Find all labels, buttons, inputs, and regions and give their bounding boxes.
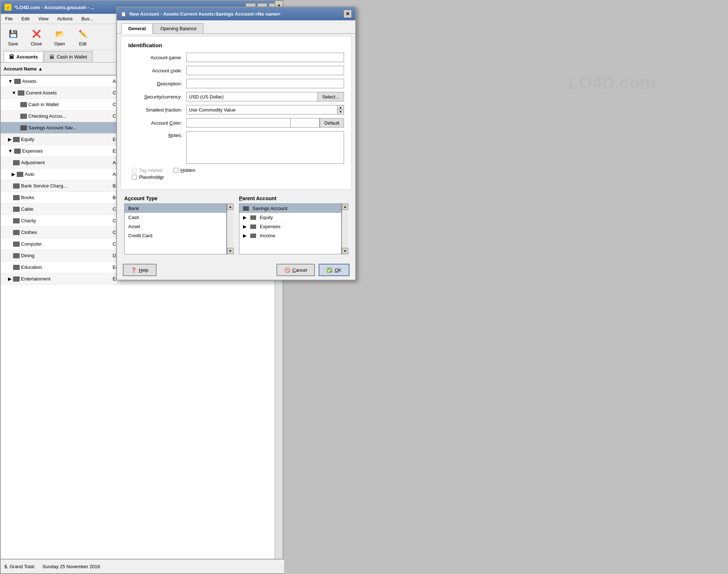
notes-label: Notes: xyxy=(128,131,186,138)
tab-opening-balance[interactable]: Opening Balance xyxy=(153,23,203,33)
dialog-footer: ❓ Help 🚫 Cancel ✅ OK xyxy=(117,260,355,280)
close-toolbar-button[interactable]: ❌ Close xyxy=(27,26,46,48)
account-name-input[interactable] xyxy=(186,53,344,62)
notes-input[interactable] xyxy=(186,131,344,164)
parent-scroll-down[interactable]: ▼ xyxy=(342,248,348,254)
fraction-spinner[interactable]: ▲ ▼ xyxy=(337,105,344,114)
account-type-list[interactable]: Bank Cash Asset Credit Card xyxy=(124,203,227,254)
placeholder-checkbox-item: Placeholder xyxy=(132,174,164,180)
cash-label: Cash xyxy=(128,215,139,220)
account-icon xyxy=(13,276,20,282)
dialog-main-content: Identification Account name: Account cod… xyxy=(121,36,352,190)
tax-related-checkbox-item: Tax related xyxy=(132,167,162,173)
account-name: Assets xyxy=(22,78,36,84)
ok-button[interactable]: ✅ OK xyxy=(319,264,349,276)
type-scroll-down[interactable]: ▼ xyxy=(227,248,234,254)
fraction-up-arrow[interactable]: ▲ xyxy=(337,105,344,110)
dialog-title-icon: 📋 xyxy=(121,11,126,17)
ok-label: OK xyxy=(335,267,341,273)
menu-file[interactable]: File xyxy=(4,15,14,22)
credit-card-label: Credit Card xyxy=(128,233,152,238)
account-icon xyxy=(13,253,20,258)
edit-button[interactable]: ✏️ Edit xyxy=(73,26,92,48)
open-button[interactable]: 📂 Open xyxy=(50,26,69,48)
placeholder-row: Placeholder xyxy=(128,174,344,180)
notes-row: Notes: xyxy=(128,131,344,164)
parent-income[interactable]: ▶ Income xyxy=(239,231,341,240)
cancel-button[interactable]: 🚫 Cancel xyxy=(276,264,315,276)
parent-account-scrollbar[interactable]: ▲ ▼ xyxy=(341,203,348,254)
account-name: Books xyxy=(21,195,34,200)
fraction-row: Smallest fraction: Use Commodity Value ▲… xyxy=(128,105,344,114)
expand-arrow: ▼ xyxy=(12,90,16,96)
tax-related-checkbox[interactable] xyxy=(132,168,137,173)
tax-related-label: Tax related xyxy=(139,167,162,173)
account-icon xyxy=(20,114,27,119)
account-name: Current Assets xyxy=(26,90,57,96)
expand-arrow: ▼ xyxy=(8,148,13,154)
tab-cash-in-wallet[interactable]: 🏛 Cash in Wallet xyxy=(44,51,92,62)
hidden-label: Hidden xyxy=(181,167,195,173)
help-button[interactable]: ❓ Help xyxy=(123,264,157,276)
general-tab-label: General xyxy=(128,26,146,31)
account-name: Adjustment xyxy=(21,160,45,165)
menu-actions[interactable]: Actions xyxy=(56,15,74,22)
parent-scroll-up[interactable]: ▲ xyxy=(342,203,348,210)
expand-arrow: ▶ xyxy=(8,137,12,142)
edit-label: Edit xyxy=(79,41,87,47)
parent-expenses[interactable]: ▶ Expenses xyxy=(239,222,341,231)
list-item-bank[interactable]: Bank xyxy=(125,204,226,213)
account-code-input[interactable] xyxy=(186,66,344,75)
parent-equity[interactable]: ▶ Equity xyxy=(239,213,341,222)
type-scroll-up[interactable]: ▲ xyxy=(227,203,234,210)
list-item-cash[interactable]: Cash xyxy=(125,213,226,222)
account-name: Entertainment xyxy=(21,276,50,282)
color-display[interactable] xyxy=(186,118,291,128)
hidden-checkbox[interactable] xyxy=(173,168,178,173)
color-swatch[interactable] xyxy=(291,118,320,128)
color-row: Account Color: Default xyxy=(128,118,344,128)
security-row: Security/currency: Select... xyxy=(128,92,344,101)
account-code-label: Account code: xyxy=(128,68,186,73)
close-icon: ❌ xyxy=(30,27,43,40)
tab-general[interactable]: General xyxy=(121,23,153,34)
list-item-credit-card[interactable]: Credit Card xyxy=(125,231,226,240)
expenses-label: Expenses xyxy=(260,224,280,229)
menu-view[interactable]: View xyxy=(37,15,50,22)
grand-total-label: $, Grand Total: xyxy=(4,564,35,569)
placeholder-checkbox[interactable] xyxy=(132,175,137,180)
save-button[interactable]: 💾 Save xyxy=(4,26,23,48)
fraction-down-arrow[interactable]: ▼ xyxy=(337,110,344,114)
account-icon xyxy=(13,230,20,235)
lo4d-watermark: LO4D.com xyxy=(568,73,655,93)
account-icon xyxy=(13,242,20,247)
list-item-asset[interactable]: Asset xyxy=(125,222,226,231)
tab-accounts[interactable]: 🏛 Accounts xyxy=(4,51,43,62)
security-field[interactable] xyxy=(186,92,318,101)
description-input[interactable] xyxy=(186,79,344,88)
new-account-dialog: 📋 New Account - Assets:Current Assets:Sa… xyxy=(116,7,356,280)
account-type-box: Account Type Bank Cash Asset Credit Card xyxy=(124,195,233,254)
account-name: Auto xyxy=(25,171,35,177)
default-color-button[interactable]: Default xyxy=(320,118,344,128)
parent-account-list[interactable]: Savings Account ▶ Equity ▶ Expenses ▶ xyxy=(239,203,341,254)
cash-tab-label: Cash in Wallet xyxy=(57,54,87,60)
main-window-title: *LO4D.com - Accounts.gnucash - ... xyxy=(15,5,94,10)
save-icon: 💾 xyxy=(7,27,20,40)
account-type-scrollbar[interactable]: ▲ ▼ xyxy=(227,203,233,254)
save-label: Save xyxy=(8,41,18,47)
fraction-select[interactable]: Use Commodity Value xyxy=(186,105,337,114)
edit-icon: ✏️ xyxy=(76,27,89,40)
dialog-close-button[interactable]: ✕ xyxy=(344,10,352,18)
parent-savings-account[interactable]: Savings Account xyxy=(239,204,341,213)
select-currency-button[interactable]: Select... xyxy=(318,92,344,101)
description-label: Description: xyxy=(128,81,186,86)
account-name: Computer xyxy=(21,241,42,247)
parent-account-box: Parent Account Savings Account ▶ Equity … xyxy=(239,195,348,254)
parent-scroll-thumb xyxy=(342,210,348,248)
menu-edit[interactable]: Edit xyxy=(20,15,31,22)
equity-label: Equity xyxy=(260,215,273,220)
account-name-label: Account name: xyxy=(128,55,186,60)
menu-bus[interactable]: Bus... xyxy=(80,15,95,22)
type-scroll-thumb xyxy=(227,210,233,248)
